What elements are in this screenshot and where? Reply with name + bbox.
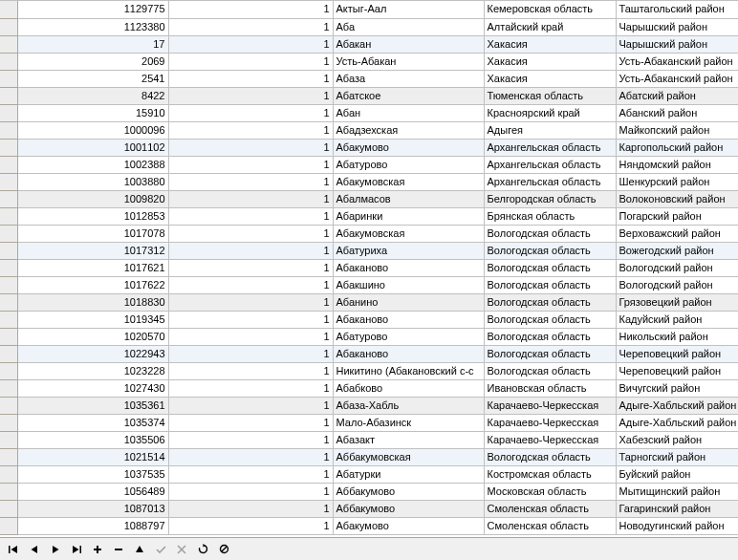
cell-region[interactable]: Вологодская область [484,242,616,259]
cell-region[interactable]: Карачаево-Черкесская [484,431,616,448]
cell-name[interactable]: Аббакумовская [333,448,484,465]
cell-id[interactable]: 1037535 [17,465,168,483]
cell-flag[interactable]: 1 [168,362,333,379]
cell-flag[interactable]: 1 [168,121,333,139]
cell-flag[interactable]: 1 [168,414,333,431]
table-row[interactable]: 10355061АбазактКарачаево-ЧеркесскаяХабез… [0,431,738,448]
table-row[interactable]: 10176221АбакшиноВологодская областьВолог… [0,276,738,293]
cell-district[interactable]: Волоконовский район [616,190,738,207]
cell-region[interactable]: Адыгея [484,121,616,139]
table-row[interactable]: 10205701АбатуровоВологодская областьНико… [0,328,738,345]
cell-id[interactable]: 1017622 [17,276,168,293]
cell-district[interactable]: Вологодский район [616,276,738,293]
cell-district[interactable]: Адыге-Хабльский район [616,414,738,431]
row-indicator[interactable] [0,379,17,397]
cell-name[interactable]: Мало-Абазинск [333,414,484,431]
cell-region[interactable]: Хакасия [484,70,616,87]
cell-name[interactable]: Абатурки [333,465,484,483]
cell-region[interactable]: Смоленская область [484,500,616,517]
cell-flag[interactable]: 1 [168,293,333,311]
cell-id[interactable]: 1023228 [17,362,168,379]
cell-id[interactable]: 1027430 [17,379,168,397]
cell-flag[interactable]: 1 [168,139,333,156]
cell-id[interactable]: 2541 [17,70,168,87]
cell-district[interactable]: Абанский район [616,104,738,121]
row-indicator[interactable] [0,517,17,534]
nav-edit-button[interactable] [130,541,149,558]
cell-district[interactable]: Вичугский район [616,379,738,397]
cell-region[interactable]: Хакасия [484,35,616,53]
row-indicator[interactable] [0,207,17,225]
cell-id[interactable]: 1129775 [17,1,168,18]
table-row[interactable]: 10375351АбатуркиКостромская областьБуйск… [0,465,738,483]
table-row[interactable]: 10170781АбакумовскаяВологодская областьВ… [0,225,738,242]
row-indicator[interactable] [0,53,17,70]
cell-name[interactable]: Абакан [333,35,484,53]
row-indicator[interactable] [0,276,17,293]
cell-region[interactable]: Алтайский край [484,18,616,35]
cell-id[interactable]: 1017621 [17,259,168,276]
cell-flag[interactable]: 1 [168,345,333,362]
cell-id[interactable]: 1001102 [17,139,168,156]
cell-flag[interactable]: 1 [168,104,333,121]
table-row[interactable]: 10229431АбакановоВологодская областьЧере… [0,345,738,362]
cell-id[interactable]: 1020570 [17,328,168,345]
cell-flag[interactable]: 1 [168,483,333,500]
table-row[interactable]: 10023881АбатуровоАрхангельская областьНя… [0,156,738,173]
cell-id[interactable]: 1018830 [17,293,168,311]
cell-region[interactable]: Смоленская область [484,517,616,534]
nav-filter-button[interactable] [214,541,233,558]
cell-name[interactable]: Абатуриха [333,242,484,259]
cell-id[interactable]: 1035374 [17,414,168,431]
cell-region[interactable]: Архангельская область [484,139,616,156]
cell-name[interactable]: Абазакт [333,431,484,448]
table-row[interactable]: 11297751Актыг-АалКемеровская областьТашт… [0,1,738,18]
row-indicator[interactable] [0,448,17,465]
nav-cancel-button[interactable] [172,541,191,558]
cell-region[interactable]: Вологодская область [484,293,616,311]
cell-name[interactable]: Абатурово [333,328,484,345]
cell-district[interactable]: Грязовецкий район [616,293,738,311]
row-indicator[interactable] [0,87,17,104]
row-indicator[interactable] [0,242,17,259]
cell-name[interactable]: Актыг-Аал [333,1,484,18]
row-indicator[interactable] [0,362,17,379]
row-indicator[interactable] [0,156,17,173]
cell-flag[interactable]: 1 [168,190,333,207]
cell-region[interactable]: Вологодская область [484,345,616,362]
table-row[interactable]: 10188301АбаниноВологодская областьГрязов… [0,293,738,311]
cell-id[interactable]: 1123380 [17,18,168,35]
cell-flag[interactable]: 1 [168,70,333,87]
cell-flag[interactable]: 1 [168,311,333,328]
cell-name[interactable]: Абакумово [333,139,484,156]
cell-flag[interactable]: 1 [168,448,333,465]
table-row[interactable]: 10176211АбакановоВологодская областьВоло… [0,259,738,276]
nav-insert-button[interactable] [88,541,107,558]
table-row[interactable]: 10038801АбакумовскаяАрхангельская област… [0,173,738,190]
row-indicator[interactable] [0,259,17,276]
cell-flag[interactable]: 1 [168,500,333,517]
table-row[interactable]: 10000961АбадзехскаяАдыгеяМайкопский райо… [0,121,738,139]
cell-district[interactable]: Мытищинский район [616,483,738,500]
cell-flag[interactable]: 1 [168,276,333,293]
cell-id[interactable]: 1022943 [17,345,168,362]
table-row[interactable]: 10353741Мало-АбазинскКарачаево-Черкесска… [0,414,738,431]
row-indicator[interactable] [0,414,17,431]
cell-region[interactable]: Московская область [484,483,616,500]
cell-id[interactable]: 1056489 [17,483,168,500]
cell-id[interactable]: 1088797 [17,517,168,534]
cell-district[interactable]: Таштагольский район [616,1,738,18]
row-indicator[interactable] [0,173,17,190]
row-indicator[interactable] [0,121,17,139]
table-row[interactable]: 25411АбазаХакасияУсть-Абаканский район [0,70,738,87]
cell-region[interactable]: Карачаево-Черкесская [484,397,616,414]
cell-region[interactable]: Вологодская область [484,362,616,379]
cell-id[interactable]: 15910 [17,104,168,121]
cell-name[interactable]: Аббакумово [333,483,484,500]
cell-region[interactable]: Брянская область [484,207,616,225]
cell-flag[interactable]: 1 [168,18,333,35]
cell-name[interactable]: Усть-Абакан [333,53,484,70]
table-row[interactable]: 10173121АбатурихаВологодская областьВоже… [0,242,738,259]
cell-district[interactable]: Усть-Абаканский район [616,70,738,87]
cell-district[interactable]: Усть-Абаканский район [616,53,738,70]
